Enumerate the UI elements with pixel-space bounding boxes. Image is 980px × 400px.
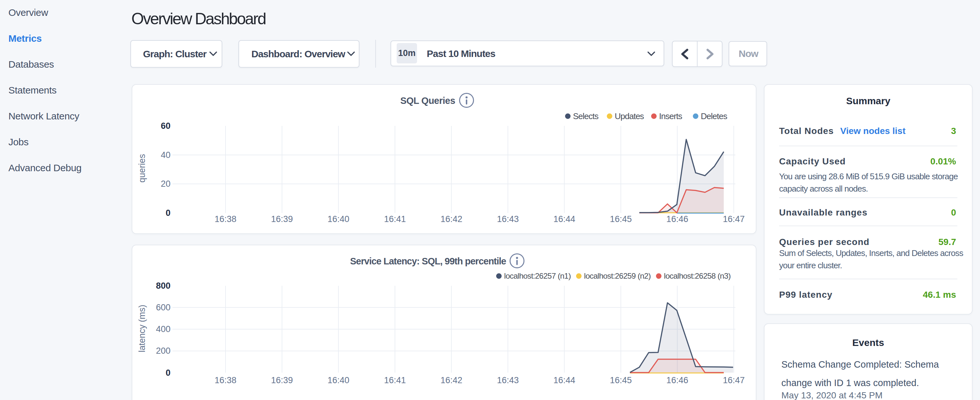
svg-text:0: 0 [165, 368, 170, 378]
svg-text:localhost:26257 (n1): localhost:26257 (n1) [504, 271, 571, 280]
svg-text:16:44: 16:44 [554, 375, 576, 385]
svg-text:800: 800 [156, 281, 170, 291]
svg-text:localhost:26258 (n3): localhost:26258 (n3) [664, 271, 730, 280]
svg-text:SQL Queries: SQL Queries [400, 96, 455, 106]
svg-text:400: 400 [156, 324, 170, 334]
svg-text:16:47: 16:47 [723, 375, 745, 385]
svg-text:16:43: 16:43 [497, 214, 519, 224]
svg-text:16:39: 16:39 [271, 375, 293, 385]
svg-text:0: 0 [165, 208, 170, 218]
svg-text:Updates: Updates [615, 112, 644, 121]
svg-text:16:44: 16:44 [554, 214, 576, 224]
svg-text:40: 40 [161, 150, 170, 160]
svg-text:600: 600 [156, 303, 170, 312]
svg-text:Deletes: Deletes [701, 112, 727, 121]
svg-text:16:39: 16:39 [271, 214, 293, 224]
svg-text:60: 60 [161, 121, 170, 131]
svg-text:16:46: 16:46 [667, 214, 689, 224]
svg-text:200: 200 [156, 346, 170, 356]
svg-text:16:40: 16:40 [328, 214, 349, 224]
svg-text:16:45: 16:45 [610, 214, 632, 224]
svg-text:16:46: 16:46 [667, 375, 689, 385]
svg-text:16:40: 16:40 [328, 375, 349, 385]
svg-text:16:38: 16:38 [215, 214, 237, 224]
svg-text:latency (ms): latency (ms) [137, 304, 147, 352]
svg-text:16:45: 16:45 [610, 375, 632, 385]
svg-text:16:42: 16:42 [440, 214, 462, 224]
svg-text:16:47: 16:47 [723, 214, 745, 224]
svg-text:queries: queries [137, 154, 147, 183]
svg-text:16:43: 16:43 [497, 375, 519, 385]
svg-text:Selects: Selects [573, 112, 598, 121]
svg-text:localhost:26259 (n2): localhost:26259 (n2) [584, 271, 651, 280]
svg-text:Service Latency: SQL, 99th per: Service Latency: SQL, 99th percentile [350, 256, 506, 266]
svg-text:16:41: 16:41 [384, 214, 406, 224]
svg-text:Inserts: Inserts [659, 112, 682, 121]
svg-text:16:38: 16:38 [215, 375, 237, 385]
svg-text:16:41: 16:41 [384, 375, 406, 385]
svg-text:16:42: 16:42 [440, 375, 462, 385]
svg-text:20: 20 [161, 179, 170, 189]
